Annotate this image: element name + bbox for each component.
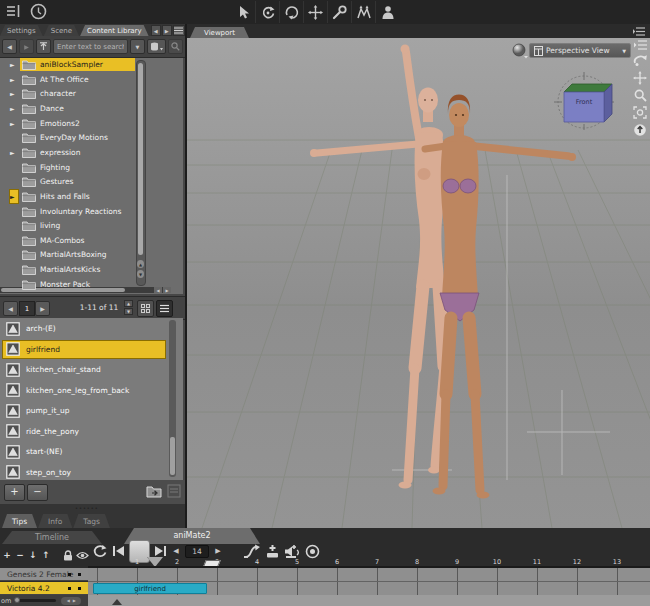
track-move-up-button[interactable]: ↑ [41, 549, 51, 561]
track-move-down-button[interactable]: ↓ [28, 549, 38, 561]
file-list-scrollbar[interactable] [169, 320, 176, 477]
file-item-pump-it-up[interactable]: pump_it_up [0, 401, 166, 420]
app-logo-icon[interactable] [30, 3, 47, 20]
file-item-kitchen-chair-stand[interactable]: kitchen_chair_stand [0, 360, 166, 379]
zoom-view-icon[interactable] [634, 89, 647, 102]
tree-item-dance[interactable]: ►Dance [0, 102, 171, 115]
tree-item-involuntary-reactions[interactable]: Involuntary Reactions [0, 205, 171, 218]
tab-list-icon[interactable] [173, 25, 185, 36]
expander-icon[interactable]: ► [10, 146, 18, 159]
rotate-tool-icon[interactable] [279, 1, 303, 23]
tab-info[interactable]: Info [38, 514, 72, 528]
tab-scroll-left-icon[interactable]: ◀ [151, 25, 161, 36]
tree-item-at-the-office[interactable]: ►At The Office [0, 73, 171, 86]
tab-viewport[interactable]: Viewport [190, 27, 249, 38]
tab-scene[interactable]: Scene [44, 25, 79, 36]
skip-to-start-button[interactable] [112, 545, 125, 557]
spinner-up-icon[interactable]: ▲ [124, 300, 133, 307]
tree-item-fighting[interactable]: Fighting [0, 161, 171, 174]
file-item-step-on-toy[interactable]: step_on_toy [0, 463, 166, 481]
file-item-arch-e[interactable]: arch-(E) [0, 319, 166, 338]
search-input[interactable] [53, 39, 128, 54]
tree-item-expression[interactable]: ►expression [0, 146, 171, 159]
viewport-3d[interactable]: Perspective View ▼ Front [187, 38, 650, 528]
skip-to-end-button[interactable] [154, 545, 167, 557]
tree-item-living[interactable]: living [0, 219, 171, 232]
database-icon[interactable] [147, 39, 166, 54]
tree-item-hits-and-falls[interactable]: ►Hits and Falls [0, 190, 171, 203]
node-select-tool-icon[interactable] [232, 1, 255, 23]
pane-dock-icon[interactable] [6, 4, 22, 18]
list-view-icon[interactable] [156, 300, 173, 317]
search-icon[interactable] [168, 39, 183, 54]
view-cube[interactable]: Front [552, 72, 616, 130]
curves-button[interactable] [243, 544, 261, 559]
zoom-in-icon[interactable]: ▶ [73, 598, 76, 603]
record-target-button[interactable] [305, 544, 320, 559]
page-prev-button[interactable]: ◀ [3, 301, 18, 316]
expander-icon[interactable]: ► [10, 87, 18, 100]
aniblock-girlfriend[interactable]: girlfriend [93, 583, 207, 594]
expander-icon[interactable]: ► [10, 102, 18, 115]
nav-back-button[interactable]: ◀ [2, 39, 17, 54]
search-dropdown-icon[interactable]: ▼ [130, 39, 145, 54]
frame-prev-button[interactable]: ◀ [171, 547, 181, 555]
tree-item-everyday-motions[interactable]: EveryDay Motions [0, 131, 171, 144]
orbit-view-icon[interactable] [633, 54, 648, 67]
page-number-field[interactable]: 1 [19, 301, 35, 316]
add-block-button[interactable] [265, 544, 280, 559]
frame-next-button[interactable]: ▶ [213, 547, 223, 555]
lock-icon[interactable] [63, 550, 73, 561]
zoom-reset-control[interactable]: ◀ ▶ [61, 597, 81, 605]
remove-button[interactable]: − [27, 484, 48, 501]
track-add-button[interactable]: + [2, 549, 12, 561]
go-up-button[interactable] [36, 39, 51, 54]
tab-scroll-right-icon[interactable]: ▶ [162, 25, 172, 36]
tab-tips[interactable]: Tips [2, 514, 37, 528]
file-list-scrollbar-thumb[interactable] [170, 437, 175, 475]
file-item-ride-the-pony[interactable]: ride_the_pony [0, 422, 166, 441]
expander-icon[interactable]: ► [10, 58, 18, 71]
track-flags[interactable] [68, 587, 81, 590]
tab-content-library[interactable]: Content Library [80, 25, 149, 36]
track-label-victoria-4-2[interactable]: Victoria 4.2 [0, 582, 88, 595]
zoom-slider-handle[interactable] [14, 597, 20, 603]
tree-item-emotions2[interactable]: ►Emotions2 [0, 117, 171, 130]
track-row-genesis-2-female[interactable] [88, 568, 650, 582]
file-item-girlfriend[interactable]: girlfriend [0, 340, 166, 359]
page-size-spinner[interactable]: ▲ ▼ [124, 300, 133, 315]
browse-folder-icon[interactable] [146, 484, 163, 498]
add-button[interactable]: + [4, 484, 25, 501]
file-item-kitchen-one-leg-from-back[interactable]: kitchen_one_leg_from_back [0, 381, 166, 400]
panel-drag-handle[interactable]: •••••• [75, 505, 99, 511]
pose-tool-icon[interactable] [327, 1, 351, 23]
track-label-genesis-2-female[interactable]: Genesis 2 Female [0, 568, 88, 581]
tab-tags[interactable]: Tags [73, 514, 110, 528]
orbit-tool-icon[interactable] [255, 1, 279, 23]
track-remove-button[interactable]: − [15, 549, 25, 561]
track-flags[interactable] [68, 573, 81, 576]
spinner-down-icon[interactable]: ▼ [124, 308, 133, 315]
file-item-start-ne[interactable]: start-(NE) [0, 442, 166, 461]
frame-number-field[interactable]: 14 [185, 545, 209, 558]
tree-item-ma-combos[interactable]: MA-Combos [0, 234, 171, 247]
expander-icon[interactable]: ► [10, 190, 18, 203]
grid-view-icon[interactable] [137, 300, 154, 317]
add-audio-button[interactable] [284, 544, 301, 558]
pan-view-icon[interactable] [633, 71, 647, 85]
figure-tool-icon[interactable] [375, 1, 399, 23]
viewport-pane-menu-icon[interactable] [633, 27, 645, 36]
nav-forward-button[interactable]: ▶ [19, 39, 34, 54]
tree-item-monster-pack[interactable]: Monster Pack [0, 278, 171, 291]
scale-tool-icon[interactable] [351, 1, 375, 23]
tab-timeline[interactable]: Timeline [2, 531, 102, 544]
loop-button[interactable] [92, 544, 108, 559]
frame-view-icon[interactable] [633, 106, 647, 119]
tree-item-character[interactable]: ►character [0, 87, 171, 100]
options-icon[interactable] [167, 484, 181, 498]
tree-item-gestures[interactable]: Gestures [0, 175, 171, 188]
timeline-hscroll-area[interactable] [88, 595, 650, 606]
translate-tool-icon[interactable] [303, 1, 327, 23]
pane-options-icon[interactable] [634, 40, 647, 50]
timeline-tracks[interactable]: girlfriend [88, 566, 650, 596]
